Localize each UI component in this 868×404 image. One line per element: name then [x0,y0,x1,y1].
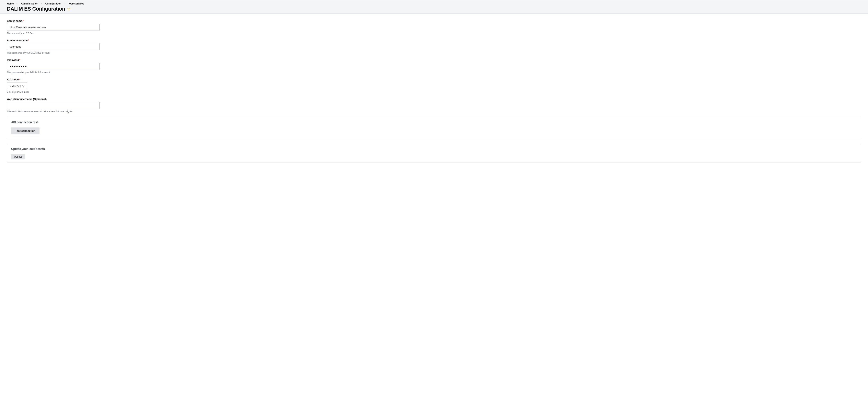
chevron-right-icon: › [41,3,42,5]
title-row: DALIM ES Configuration [7,6,861,12]
favorite-star-icon[interactable] [67,7,71,10]
chevron-down-icon [22,85,25,87]
breadcrumb-web-services[interactable]: Web services [69,2,84,5]
password-input[interactable]: ●●●●●●●● [7,63,99,70]
page-title: DALIM ES Configuration [7,6,65,12]
content: Server name* The name of your ES Server … [0,13,868,174]
api-connection-test-title: API connection test [11,121,857,124]
chevron-right-icon: › [65,3,65,5]
web-client-username-label: Web client username (Optionnal) [7,98,46,101]
web-client-username-help: The web client username to restrict shar… [7,110,861,113]
api-connection-test-panel: API connection test Test connection [7,117,861,140]
test-connection-button[interactable]: Test connection [11,127,39,134]
required-marker: * [19,59,20,62]
required-marker: * [23,20,24,22]
api-mode-label: API mode* [7,78,20,81]
required-marker: * [28,39,29,42]
required-marker: * [19,78,20,81]
admin-username-label: Admin username* [7,39,29,42]
api-mode-selected: CMIS API [9,84,21,87]
field-admin-username: Admin username* The username of your DAL… [7,39,861,54]
api-mode-select[interactable]: CMIS API [7,82,27,89]
password-help: The password of your DALIM ES account [7,71,861,73]
admin-username-input[interactable] [7,43,99,50]
update-button[interactable]: Update [11,154,25,159]
field-api-mode: API mode* CMIS API Select your API mode [7,78,861,93]
label-text: Server name [7,20,22,22]
password-label: Password* [7,59,20,62]
server-name-label: Server name* [7,20,24,22]
label-text: Password [7,59,19,62]
header-bar: Home › Administration › Configuration › … [0,0,868,13]
server-name-input[interactable] [7,24,99,31]
breadcrumb: Home › Administration › Configuration › … [7,2,861,5]
field-web-client-username: Web client username (Optionnal) The web … [7,97,861,113]
update-assets-panel: Update your local assets Update [7,144,861,162]
breadcrumb-home[interactable]: Home [7,2,13,5]
web-client-username-input[interactable] [7,102,99,109]
label-text: Admin username [7,39,28,42]
chevron-right-icon: › [17,3,18,5]
admin-username-help: The username of your DALIM ES account [7,52,861,54]
server-name-help: The name of your ES Server [7,32,861,34]
breadcrumb-administration[interactable]: Administration [21,2,38,5]
field-password: Password* ●●●●●●●● The password of your … [7,58,861,73]
label-text: API mode [7,78,19,81]
api-mode-help: Select your API mode [7,91,861,93]
breadcrumb-configuration[interactable]: Configuration [45,2,61,5]
field-server-name: Server name* The name of your ES Server [7,19,861,34]
update-assets-title: Update your local assets [11,147,857,151]
